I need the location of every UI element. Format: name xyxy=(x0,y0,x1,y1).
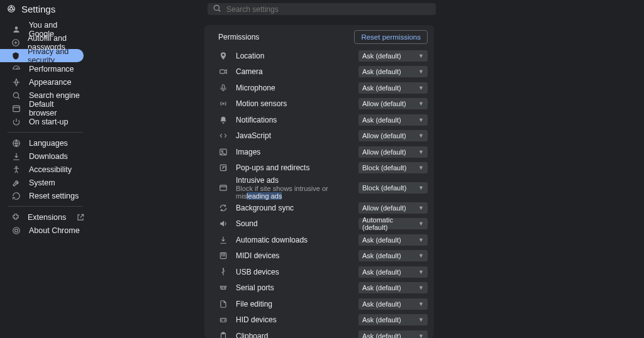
search-input[interactable] xyxy=(226,5,431,14)
permission-value: Ask (default) xyxy=(362,332,401,338)
permission-row-automatic-downloads: Automatic downloadsAsk (default)▼ xyxy=(204,232,434,248)
permission-label: Camera xyxy=(236,67,351,76)
file-editing-icon xyxy=(218,300,228,308)
content-area[interactable]: Permissions Reset permissions LocationAs… xyxy=(147,18,644,338)
permission-label: Motion sensors xyxy=(236,99,351,108)
chevron-down-icon: ▼ xyxy=(418,333,424,338)
intrusive-ads-icon xyxy=(218,183,228,192)
svg-point-13 xyxy=(223,103,224,104)
permission-value: Block (default) xyxy=(362,184,406,192)
sidebar-item-label: Performance xyxy=(29,65,74,74)
chevron-down-icon: ▼ xyxy=(418,317,424,323)
palette-icon xyxy=(11,78,21,87)
permission-label: File editing xyxy=(236,300,351,308)
permission-select[interactable]: Block (default)▼ xyxy=(358,182,428,194)
shield-icon xyxy=(11,52,20,60)
sidebar-item-system[interactable]: System xyxy=(0,176,84,189)
permission-row-sound: SoundAutomatic (default)▼ xyxy=(204,216,434,232)
permission-select[interactable]: Ask (default)▼ xyxy=(358,298,428,310)
chevron-down-icon: ▼ xyxy=(418,53,424,59)
permission-select[interactable]: Ask (default)▼ xyxy=(358,330,428,338)
permission-label: JavaScript xyxy=(236,131,351,140)
sidebar-item-reset[interactable]: Reset settings xyxy=(0,189,84,202)
permission-value: Ask (default) xyxy=(362,252,401,259)
reset-permissions-button[interactable]: Reset permissions xyxy=(354,30,428,44)
sidebar-item-appearance[interactable]: Appearance xyxy=(0,75,84,89)
sidebar-item-label: On start-up xyxy=(29,117,69,126)
search-icon xyxy=(213,4,221,14)
sidebar-item-performance[interactable]: Performance xyxy=(0,62,84,75)
permission-value: Ask (default) xyxy=(362,68,401,75)
chevron-down-icon: ▼ xyxy=(418,85,424,91)
permission-select[interactable]: Allow (default)▼ xyxy=(358,98,428,109)
accessibility-icon xyxy=(11,165,21,174)
permission-label: Serial ports xyxy=(236,283,351,292)
sidebar-item-extensions[interactable]: Extensions xyxy=(0,210,84,224)
sidebar-item-privacy[interactable]: Privacy and security xyxy=(0,49,84,62)
permission-select[interactable]: Ask (default)▼ xyxy=(358,266,428,278)
sidebar-item-about[interactable]: About Chrome xyxy=(0,224,84,237)
permission-row-background-sync: Background syncAllow (default)▼ xyxy=(204,200,434,216)
svg-point-20 xyxy=(222,288,223,288)
permission-select[interactable]: Ask (default)▼ xyxy=(358,234,428,246)
permission-select[interactable]: Automatic (default)▼ xyxy=(358,218,428,229)
permission-select[interactable]: Ask (default)▼ xyxy=(358,314,428,325)
chevron-down-icon: ▼ xyxy=(418,117,424,123)
search-icon xyxy=(11,91,21,100)
permission-row-hid-devices: HID devicesAsk (default)▼ xyxy=(204,312,434,329)
permission-select[interactable]: Ask (default)▼ xyxy=(358,82,428,94)
sidebar-item-accessibility[interactable]: Accessibility xyxy=(0,163,84,176)
pop-ups-and-redirects-icon xyxy=(218,163,228,172)
permission-row-microphone: MicrophoneAsk (default)▼ xyxy=(204,80,434,96)
notifications-icon xyxy=(218,116,228,124)
sidebar-item-downloads[interactable]: Downloads xyxy=(0,150,84,163)
permission-label: Images xyxy=(236,148,351,156)
sidebar-item-languages[interactable]: Languages xyxy=(0,136,84,150)
permission-row-motion-sensors: Motion sensorsAllow (default)▼ xyxy=(204,96,434,112)
images-icon xyxy=(218,148,228,156)
svg-point-24 xyxy=(225,320,225,320)
svg-rect-6 xyxy=(13,106,20,111)
permission-row-midi-devices: MIDI devicesAsk (default)▼ xyxy=(204,248,434,264)
permission-select[interactable]: Allow (default)▼ xyxy=(358,130,428,141)
external-link-icon xyxy=(76,213,85,222)
svg-point-15 xyxy=(221,150,223,151)
permission-row-camera: CameraAsk (default)▼ xyxy=(204,64,434,80)
svg-point-3 xyxy=(14,26,18,30)
sidebar-item-label: Downloads xyxy=(29,152,68,161)
permission-row-intrusive-ads: Intrusive adsBlock if site shows intrusi… xyxy=(204,176,434,200)
page-title: Settings xyxy=(21,4,55,14)
sidebar-divider xyxy=(8,132,83,133)
sidebar-item-label: Search engine xyxy=(29,91,80,100)
permission-value: Ask (default) xyxy=(362,316,401,324)
permission-select[interactable]: Ask (default)▼ xyxy=(358,114,428,126)
permission-row-images: ImagesAllow (default)▼ xyxy=(204,144,434,160)
permission-select[interactable]: Allow (default)▼ xyxy=(358,146,428,158)
reset-icon xyxy=(11,192,21,200)
sidebar-item-label: Privacy and security xyxy=(28,47,84,65)
permission-select[interactable]: Allow (default)▼ xyxy=(358,202,428,214)
permission-select[interactable]: Ask (default)▼ xyxy=(358,50,428,62)
sidebar-item-default-browser[interactable]: Default browser xyxy=(0,102,84,115)
permission-row-pop-ups-and-redirects: Pop-ups and redirectsBlock (default)▼ xyxy=(204,160,434,177)
search-field[interactable] xyxy=(208,3,436,15)
permission-row-serial-ports: Serial portsAsk (default)▼ xyxy=(204,280,434,297)
permission-value: Allow (default) xyxy=(362,148,406,156)
microphone-icon xyxy=(218,84,228,92)
sidebar-item-label: Accessibility xyxy=(29,165,72,174)
svg-point-5 xyxy=(13,92,18,97)
chevron-down-icon: ▼ xyxy=(418,68,424,75)
permission-select[interactable]: Ask (default)▼ xyxy=(358,282,428,293)
browser-icon xyxy=(11,104,21,113)
sidebar-item-label: Extensions xyxy=(28,213,66,222)
permission-label: Location xyxy=(236,52,351,60)
permission-value: Allow (default) xyxy=(362,204,406,212)
permissions-card: Permissions Reset permissions LocationAs… xyxy=(204,25,434,338)
chevron-down-icon: ▼ xyxy=(418,205,424,211)
permission-sublabel: Block if site shows intrusive or mislead… xyxy=(236,185,351,200)
permission-select[interactable]: Block (default)▼ xyxy=(358,162,428,173)
wrench-icon xyxy=(11,178,21,187)
permission-select[interactable]: Ask (default)▼ xyxy=(358,250,428,261)
permission-select[interactable]: Ask (default)▼ xyxy=(358,66,428,77)
top-bar: Settings xyxy=(0,0,644,18)
